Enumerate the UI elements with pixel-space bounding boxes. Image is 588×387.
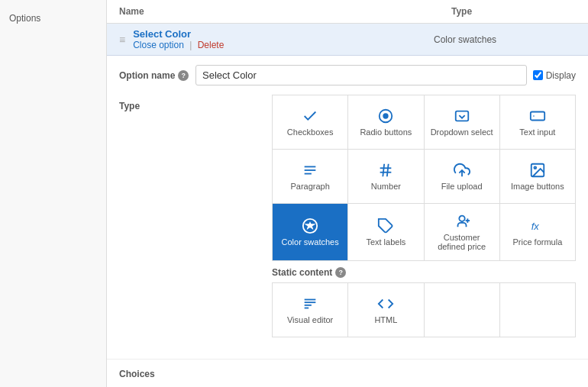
- type-file-upload-label: File upload: [441, 182, 483, 191]
- delete-option-link[interactable]: Delete: [198, 40, 225, 50]
- display-checkbox[interactable]: [533, 70, 543, 80]
- drag-icon: ≡: [119, 34, 125, 46]
- option-name-info-icon[interactable]: ?: [178, 70, 189, 81]
- option-name-input[interactable]: [195, 65, 527, 85]
- sidebar: Options: [0, 0, 107, 387]
- type-visual-editor-label: Visual editor: [287, 315, 333, 324]
- type-grid: Checkboxes Radio buttons: [272, 95, 576, 261]
- type-grid-container: Checkboxes Radio buttons: [195, 95, 576, 340]
- svg-point-1: [383, 113, 389, 118]
- close-option-link[interactable]: Close option: [133, 40, 184, 50]
- type-checkboxes-label: Checkboxes: [287, 127, 334, 137]
- table-header: Name Type: [107, 0, 588, 24]
- type-paragraph[interactable]: Paragraph: [273, 150, 347, 203]
- type-dropdown-select[interactable]: Dropdown select: [425, 95, 499, 149]
- type-customer-defined-price[interactable]: Customer defined price: [425, 204, 499, 260]
- type-field-row: Type Checkboxes: [119, 95, 576, 340]
- sidebar-label: Options: [9, 13, 40, 24]
- type-radio-buttons[interactable]: Radio buttons: [348, 95, 423, 149]
- option-details: Option name ? Display Type: [107, 56, 588, 360]
- display-checkbox-area: Display: [533, 70, 576, 81]
- svg-line-10: [383, 164, 385, 177]
- static-content-info-icon[interactable]: ?: [335, 267, 346, 278]
- type-customer-defined-price-label: Customer defined price: [431, 233, 493, 251]
- option-name-field-row: Option name ? Display: [119, 65, 576, 85]
- static-content-section: Static content ? Visual edit: [195, 267, 576, 337]
- type-price-formula[interactable]: fx Price formula: [500, 204, 575, 260]
- type-empty-2: [500, 283, 575, 337]
- type-html-label: HTML: [374, 315, 397, 324]
- type-number-label: Number: [371, 182, 401, 191]
- type-text-labels-label: Text labels: [366, 237, 405, 247]
- type-image-buttons-label: Image buttons: [511, 182, 564, 191]
- svg-point-16: [459, 216, 464, 221]
- type-html[interactable]: HTML: [348, 283, 423, 337]
- option-name-link[interactable]: Select Color: [133, 28, 354, 40]
- type-paragraph-label: Paragraph: [290, 182, 329, 191]
- header-type: Type: [347, 6, 576, 17]
- type-color-swatches[interactable]: Color swatches: [273, 204, 347, 260]
- svg-line-11: [387, 164, 389, 177]
- type-text-labels[interactable]: Text labels: [348, 204, 423, 260]
- option-type-label: Color swatches: [354, 34, 576, 45]
- type-empty-1: [425, 283, 499, 337]
- type-dropdown-select-label: Dropdown select: [431, 127, 493, 137]
- option-row: ≡ Select Color Close option | Delete Col…: [107, 24, 588, 56]
- svg-point-14: [534, 166, 536, 169]
- type-visual-editor[interactable]: Visual editor: [273, 283, 347, 337]
- svg-text:fx: fx: [531, 221, 540, 232]
- option-actions: Close option | Delete: [133, 40, 354, 50]
- type-checkboxes[interactable]: Checkboxes: [273, 95, 347, 149]
- header-name: Name: [119, 6, 347, 17]
- static-content-label: Static content ?: [272, 267, 576, 278]
- type-number[interactable]: Number: [348, 150, 423, 203]
- svg-rect-3: [531, 112, 544, 121]
- type-file-upload[interactable]: File upload: [425, 150, 499, 203]
- type-label: Type: [119, 95, 195, 111]
- type-image-buttons[interactable]: Image buttons: [500, 150, 575, 203]
- static-content-grid: Visual editor HTML: [272, 282, 576, 337]
- display-label: Display: [546, 70, 576, 81]
- type-text-input[interactable]: Text input: [500, 95, 575, 149]
- svg-rect-2: [455, 111, 468, 121]
- option-name-label: Option name ?: [119, 70, 195, 81]
- main-content: Name Type ≡ Select Color Close option | …: [107, 0, 588, 387]
- type-price-formula-label: Price formula: [512, 237, 562, 247]
- choices-section: Choices ? Label ? Color Price Type Prici…: [107, 360, 588, 387]
- type-color-swatches-label: Color swatches: [282, 237, 339, 247]
- choices-label: Choices: [119, 369, 576, 379]
- type-radio-buttons-label: Radio buttons: [360, 127, 412, 137]
- type-text-input-label: Text input: [519, 127, 555, 137]
